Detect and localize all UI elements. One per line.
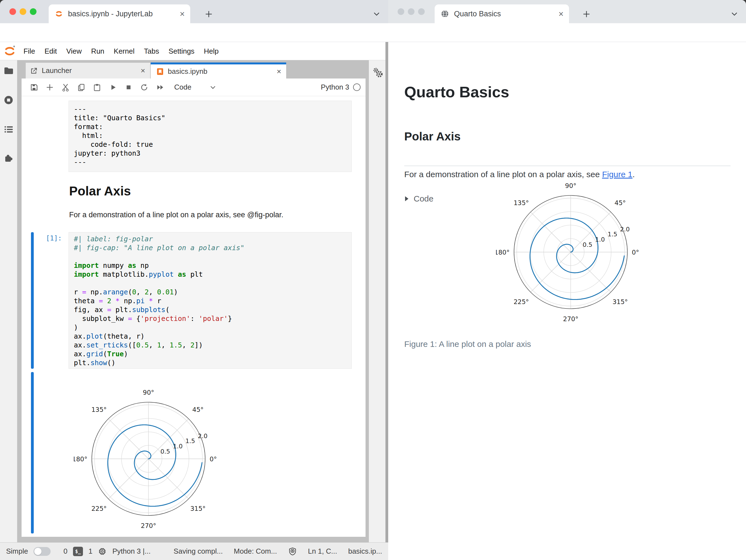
run-cell-icon[interactable]: [109, 83, 117, 91]
kernel-status-text[interactable]: Python 3 |...: [112, 547, 150, 556]
svg-text:270°: 270°: [563, 315, 578, 323]
add-cell-icon[interactable]: [46, 83, 54, 91]
browser-tab-title: Quarto Basics: [454, 10, 501, 18]
copy-cells-icon[interactable]: [77, 83, 85, 91]
raw-line: ---: [74, 105, 346, 114]
cell-type-chevron-icon[interactable]: [209, 84, 216, 91]
input-collapser[interactable]: [31, 232, 34, 369]
execution-prompt: [1]:: [46, 234, 62, 242]
svg-text:180°: 180°: [496, 249, 510, 256]
extension-manager-icon[interactable]: [4, 153, 13, 163]
tab-launcher[interactable]: Launcher ×: [25, 62, 150, 79]
code-cell[interactable]: #| label: fig-polar#| fig-cap: "A line p…: [68, 232, 352, 369]
trust-shield-icon[interactable]: [288, 547, 297, 556]
figure-caption: Figure 1: A line plot on a polar axis: [404, 340, 531, 349]
zoom-window-button[interactable]: [418, 8, 425, 15]
code-fold-toggle[interactable]: Code: [404, 194, 434, 203]
code-line: #| label: fig-polar: [74, 235, 346, 243]
kernel-status-icon[interactable]: [353, 84, 361, 91]
code-line: r = np.arange(0, 2, 0.01): [74, 288, 346, 297]
table-of-contents-icon[interactable]: [4, 124, 13, 134]
cell-type-select[interactable]: Code: [174, 83, 191, 91]
code-fold-label: Code: [414, 194, 434, 203]
statusbar-filename[interactable]: basics.ip...: [348, 547, 382, 556]
menu-tabs[interactable]: Tabs: [139, 42, 164, 60]
window-controls[interactable]: [9, 8, 36, 15]
disclosure-triangle-icon: [404, 196, 409, 202]
close-window-button[interactable]: [398, 8, 404, 15]
polar-plot-figure: 0°45°90°135°180°225°270°315°0.51.01.52.0: [496, 177, 645, 329]
svg-text:315°: 315°: [190, 505, 205, 512]
minimize-window-button[interactable]: [408, 8, 414, 15]
menu-file[interactable]: File: [19, 42, 40, 60]
menu-view[interactable]: View: [62, 42, 87, 60]
zoom-window-button[interactable]: [30, 8, 36, 15]
jupyterlab-app: FileEditViewRunKernelTabsSettingsHelp: [0, 42, 388, 560]
code-line: theta = 2 * np.pi * r: [74, 297, 346, 305]
svg-text:0.5: 0.5: [161, 448, 170, 455]
raw-line: ---: [74, 158, 346, 167]
menu-edit[interactable]: Edit: [40, 42, 62, 60]
close-notebook-tab-icon[interactable]: ×: [277, 67, 281, 76]
minimize-window-button[interactable]: [20, 8, 26, 15]
svg-text:270°: 270°: [141, 522, 156, 529]
close-tab-icon[interactable]: ×: [558, 10, 564, 18]
save-icon[interactable]: [30, 83, 38, 91]
paste-cells-icon[interactable]: [93, 83, 101, 91]
cut-cells-icon[interactable]: [61, 83, 70, 91]
svg-text:90°: 90°: [143, 389, 154, 396]
new-tab-button[interactable]: [582, 10, 591, 18]
raw-line: jupyter: python3: [74, 149, 346, 158]
code-line: #| fig-cap: "A line plot on a polar axis…: [74, 243, 346, 253]
document-tabbar: Launcher × basics.ipynb ×: [22, 62, 366, 79]
browser-tab-quarto[interactable]: Quarto Basics ×: [435, 4, 569, 23]
kernel-chip-icon: [98, 547, 107, 556]
cursor-position[interactable]: Ln 1, C...: [308, 547, 337, 556]
command-mode-status[interactable]: Mode: Com...: [234, 547, 277, 556]
right-sidebar: [369, 60, 385, 542]
notebook-file-icon: [156, 68, 164, 76]
restart-kernel-icon[interactable]: [140, 83, 148, 91]
menu-help[interactable]: Help: [199, 42, 223, 60]
new-tab-button[interactable]: [205, 10, 213, 18]
notebook-panel: Launcher × basics.ipynb ×: [22, 62, 366, 537]
svg-text:135°: 135°: [91, 406, 107, 413]
svg-text:315°: 315°: [612, 298, 628, 305]
raw-line: code-fold: true: [74, 140, 346, 149]
window-controls[interactable]: [398, 8, 425, 15]
close-tab-icon[interactable]: ×: [180, 10, 185, 18]
kernel-name[interactable]: Python 3: [321, 83, 349, 91]
restart-run-all-icon[interactable]: [156, 83, 164, 91]
close-window-button[interactable]: [9, 8, 16, 15]
kernels-count: 1: [88, 547, 92, 556]
simple-mode-toggle[interactable]: [33, 547, 51, 556]
file-browser-icon[interactable]: [4, 65, 13, 76]
code-line: ax.set_rticks([0.5, 1, 1.5, 2]): [74, 341, 346, 350]
running-kernels-icon[interactable]: [4, 95, 13, 105]
jupyter-favicon: [55, 10, 63, 18]
menu-kernel[interactable]: Kernel: [109, 42, 139, 60]
svg-text:0.5: 0.5: [582, 241, 592, 248]
code-line: fig, ax = plt.subplots(: [74, 305, 346, 314]
notebook-content: ---title: "Quarto Basics"format: html: c…: [22, 96, 366, 537]
tab-launcher-label: Launcher: [42, 66, 71, 75]
raw-yaml-cell[interactable]: ---title: "Quarto Basics"format: html: c…: [68, 100, 352, 172]
property-inspector-gears-icon[interactable]: [372, 67, 384, 79]
tab-search-chevron-icon[interactable]: [730, 11, 738, 17]
menu-settings[interactable]: Settings: [164, 42, 199, 60]
svg-text:1.5: 1.5: [607, 231, 617, 238]
jupyterlab-browser-window: basics.ipynb - JupyterLab × localhost:88…: [0, 0, 388, 560]
svg-text:1.0: 1.0: [173, 443, 182, 450]
browser-tab-jupyterlab[interactable]: basics.ipynb - JupyterLab ×: [49, 4, 190, 23]
svg-text:225°: 225°: [513, 298, 529, 305]
menu-run[interactable]: Run: [87, 42, 109, 60]
quarto-page: Quarto Basics Polar Axis For a demonstra…: [388, 42, 746, 560]
tab-notebook[interactable]: basics.ipynb ×: [151, 62, 286, 79]
close-launcher-tab-icon[interactable]: ×: [141, 66, 145, 75]
interrupt-kernel-icon[interactable]: [124, 83, 133, 91]
code-line: [74, 253, 346, 261]
svg-text:0°: 0°: [209, 455, 217, 463]
tab-search-chevron-icon[interactable]: [373, 11, 380, 17]
globe-favicon: [441, 10, 449, 18]
output-collapser[interactable]: [31, 372, 34, 533]
